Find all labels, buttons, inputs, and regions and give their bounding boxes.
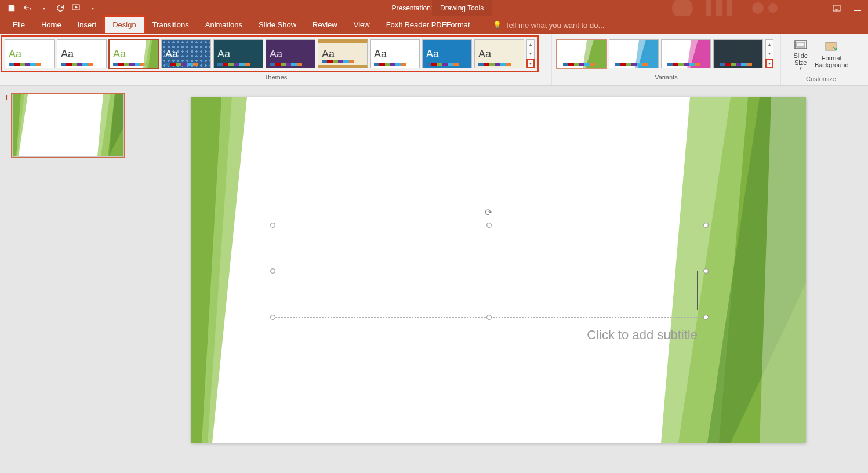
text-cursor xyxy=(697,271,698,310)
gallery-scroll-icon[interactable]: ▴ xyxy=(766,40,773,49)
theme-option-2[interactable]: Aa xyxy=(109,39,159,68)
theme-option-3[interactable]: Aa xyxy=(161,39,211,68)
resize-handle[interactable] xyxy=(270,268,275,274)
variant-option-0[interactable] xyxy=(557,39,606,68)
svg-rect-1 xyxy=(706,0,711,16)
tab-home[interactable]: Home xyxy=(33,16,70,34)
tab-format[interactable]: Format xyxy=(432,16,484,34)
slide-panel[interactable]: 1 xyxy=(0,86,136,473)
dropdown-icon: ▾ xyxy=(800,66,802,71)
group-customize: Slide Size ▾ Format Background Customize xyxy=(781,34,861,85)
ribbon-tabs: File Home Insert Design Transitions Anim… xyxy=(0,16,868,34)
undo-dropdown-icon[interactable]: ▾ xyxy=(39,3,49,13)
start-from-beginning-icon[interactable] xyxy=(72,3,81,13)
svg-point-22 xyxy=(835,48,837,50)
lightbulb-icon: 💡 xyxy=(493,21,502,29)
ribbon-design: AaAaAaAaAaAaAaAaAaAa▴▾▾ Themes ▴▾▾ Varia… xyxy=(0,34,868,86)
rotation-handle-icon[interactable]: ⟳ xyxy=(485,207,494,216)
gallery-scroll-icon[interactable]: ▴ xyxy=(527,40,534,49)
ribbon-display-options-icon[interactable] xyxy=(832,3,841,13)
theme-option-7[interactable]: Aa xyxy=(370,39,420,68)
gallery-scroll-icon[interactable]: ▾ xyxy=(766,49,773,59)
themes-gallery-more[interactable]: ▴▾▾ xyxy=(526,39,535,68)
slide-size-button[interactable]: Slide Size ▾ xyxy=(791,37,809,72)
slide-canvas[interactable]: ⟳ Click to add subtitle xyxy=(191,97,806,443)
tell-me-search[interactable]: 💡 Tell me what you want to do... xyxy=(493,16,604,34)
variant-option-3[interactable] xyxy=(713,39,763,68)
theme-option-8[interactable]: Aa xyxy=(422,39,472,68)
minimize-icon[interactable] xyxy=(853,3,862,13)
theme-option-0[interactable]: Aa xyxy=(5,39,55,68)
qat-customize-icon[interactable]: ▾ xyxy=(88,3,97,13)
theme-option-6[interactable]: Aa xyxy=(318,39,368,68)
variants-gallery-more[interactable]: ▴▾▾ xyxy=(765,39,773,68)
variants-gallery[interactable]: ▴▾▾ xyxy=(555,38,775,70)
gallery-scroll-icon[interactable]: ▾ xyxy=(527,49,534,59)
group-variants: ▴▾▾ Variants xyxy=(552,34,781,85)
slide-editor[interactable]: ⟳ Click to add subtitle xyxy=(136,86,868,473)
tab-view[interactable]: View xyxy=(346,16,378,34)
group-label-customize: Customize xyxy=(806,74,836,84)
gallery-expand-icon[interactable]: ▾ xyxy=(527,59,534,68)
resize-handle[interactable] xyxy=(703,223,709,228)
slide-thumbnail[interactable] xyxy=(12,94,124,157)
resize-handle[interactable] xyxy=(486,223,492,228)
slide-number: 1 xyxy=(5,94,9,102)
undo-icon[interactable] xyxy=(23,3,32,13)
gallery-expand-icon[interactable]: ▾ xyxy=(766,59,773,68)
variant-option-2[interactable] xyxy=(661,39,711,68)
svg-point-0 xyxy=(672,0,693,16)
tab-review[interactable]: Review xyxy=(304,16,346,34)
svg-rect-20 xyxy=(797,42,805,47)
tab-slide-show[interactable]: Slide Show xyxy=(250,16,304,34)
tab-animations[interactable]: Animations xyxy=(197,16,250,34)
group-label-variants: Variants xyxy=(555,72,777,82)
save-icon[interactable] xyxy=(7,3,16,13)
slide-thumb-1[interactable]: 1 xyxy=(5,94,131,157)
tab-insert[interactable]: Insert xyxy=(70,16,105,34)
theme-option-1[interactable]: Aa xyxy=(57,39,107,68)
themes-gallery[interactable]: AaAaAaAaAaAaAaAaAaAa▴▾▾ xyxy=(3,38,536,70)
theme-option-5[interactable]: Aa xyxy=(266,39,315,68)
subtitle-placeholder[interactable]: Click to add subtitle xyxy=(273,318,706,380)
tab-file[interactable]: File xyxy=(5,16,33,34)
tab-design[interactable]: Design xyxy=(104,16,144,34)
svg-rect-21 xyxy=(826,42,836,50)
svg-point-4 xyxy=(752,2,764,14)
format-background-button[interactable]: Format Background xyxy=(812,37,851,72)
tell-me-placeholder: Tell me what you want to do... xyxy=(505,21,604,30)
title-placeholder[interactable]: ⟳ xyxy=(273,225,706,318)
variant-option-1[interactable] xyxy=(609,39,659,68)
resize-handle[interactable] xyxy=(703,268,709,274)
svg-point-5 xyxy=(768,3,778,13)
theme-option-4[interactable]: Aa xyxy=(213,39,263,68)
svg-rect-8 xyxy=(854,10,861,11)
tab-transitions[interactable]: Transitions xyxy=(144,16,197,34)
slide-size-icon xyxy=(794,38,808,51)
theme-option-9[interactable]: Aa xyxy=(474,39,524,68)
workspace: 1 ⟳ xyxy=(0,86,868,473)
format-background-icon xyxy=(825,41,838,53)
group-label-themes: Themes xyxy=(3,72,548,82)
title-bar: ▾ ▾ Presentation1 - PowerPoint Drawing T… xyxy=(0,0,868,16)
subtitle-placeholder-text: Click to add subtitle xyxy=(587,328,698,343)
quick-access-toolbar: ▾ ▾ xyxy=(0,3,97,13)
resize-handle[interactable] xyxy=(270,223,275,228)
contextual-tool-label: Drawing Tools xyxy=(432,0,492,16)
svg-rect-3 xyxy=(727,0,732,16)
redo-icon[interactable] xyxy=(56,3,65,13)
group-themes: AaAaAaAaAaAaAaAaAaAa▴▾▾ Themes xyxy=(0,34,552,85)
svg-rect-2 xyxy=(716,0,722,16)
